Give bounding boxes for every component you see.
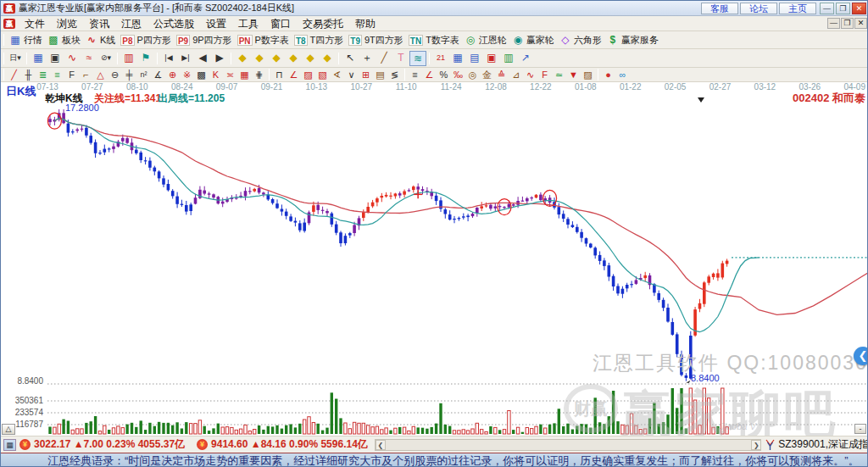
tool-T数字表[interactable]: TNT数字表 <box>409 34 459 47</box>
draw-button-10[interactable]: ∡ <box>151 69 165 81</box>
control-button-27[interactable]: ≋ <box>409 51 426 66</box>
homepage-link[interactable]: 主页 <box>779 3 816 14</box>
scroll-left-arrow[interactable]: ❮ <box>376 440 386 450</box>
draw-button-7[interactable]: ⊖ <box>108 69 122 81</box>
draw-button-33[interactable]: ◎ <box>465 69 480 81</box>
scroll-right-arrow[interactable]: ❯ <box>751 440 761 450</box>
draw-button-21[interactable]: ▨ <box>301 69 315 81</box>
draw-button-34[interactable]: 金 <box>480 69 494 81</box>
menu-窗口[interactable]: 窗口 <box>264 17 297 31</box>
sh-index-value[interactable]: 3022.17 <box>34 438 70 450</box>
shanghai-index-icon[interactable]: ¥ <box>19 439 31 450</box>
sz-index-value[interactable]: 9414.60 <box>211 438 248 450</box>
draw-button-24[interactable]: ∨ <box>344 69 359 81</box>
control-button-23[interactable]: ↖ <box>342 51 359 66</box>
draw-button-0[interactable]: ╱ <box>7 69 21 81</box>
control-button-12[interactable]: ▶| <box>177 51 194 66</box>
draw-button-8[interactable]: ╪ <box>122 69 136 81</box>
shenzhen-index-icon[interactable]: ¥ <box>197 439 208 450</box>
horizontal-scrollbar[interactable]: ❮ ❯ <box>375 439 761 451</box>
control-button-26[interactable]: T <box>392 51 409 66</box>
draw-button-38[interactable]: F <box>537 69 552 81</box>
draw-button-26[interactable]: ▤ <box>373 69 387 81</box>
control-button-32[interactable]: ▣ <box>483 51 500 66</box>
menu-文件[interactable]: 文件 <box>19 17 51 31</box>
control-button-21[interactable]: ◆ <box>319 51 336 66</box>
draw-button-20[interactable]: ∠ <box>287 69 301 81</box>
control-button-29[interactable]: 21 <box>432 51 449 66</box>
nav-left-button[interactable]: ❮ <box>854 347 868 365</box>
menu-帮助[interactable]: 帮助 <box>349 17 381 31</box>
control-button-34[interactable]: ↗ <box>517 51 534 66</box>
draw-button-13[interactable]: ▩ <box>194 69 209 81</box>
control-button-0[interactable]: 日▾ <box>7 51 24 66</box>
draw-button-43[interactable]: ● <box>601 69 615 81</box>
control-button-9[interactable]: ⚑ <box>137 51 154 66</box>
draw-button-15[interactable]: ≍ <box>223 69 237 81</box>
control-button-31[interactable]: ▤ <box>466 51 483 66</box>
draw-button-16[interactable]: ▦ <box>237 69 252 81</box>
menu-交易委托[interactable]: 交易委托 <box>297 17 349 31</box>
control-button-24[interactable]: ＋ <box>359 51 376 66</box>
draw-button-37[interactable]: ∿ <box>523 69 537 81</box>
tool-K线[interactable]: ∿K线 <box>86 34 115 47</box>
tool-赢家服务[interactable]: $赢家服务 <box>607 34 659 47</box>
control-button-4[interactable]: ∿ <box>64 51 81 66</box>
control-button-5[interactable]: ≈ <box>81 51 97 66</box>
tool-T四方形[interactable]: T8T四方形 <box>294 34 343 47</box>
draw-button-17[interactable]: ⋕ <box>252 69 266 81</box>
tool-江恩轮[interactable]: ◎江恩轮 <box>465 34 507 47</box>
service-link[interactable]: 客服 <box>701 3 738 14</box>
control-button-25[interactable]: ╱ <box>376 51 392 66</box>
draw-button-6[interactable]: △ <box>93 69 108 81</box>
draw-button-1[interactable]: ╫ <box>21 69 36 81</box>
menu-江恩[interactable]: 江恩 <box>115 17 147 31</box>
draw-button-40[interactable]: ▼ <box>566 69 581 81</box>
draw-button-41[interactable]: ▨ <box>581 69 595 81</box>
menu-公式选股[interactable]: 公式选股 <box>147 17 200 31</box>
child-restore[interactable]: ❐ <box>841 18 854 29</box>
draw-button-32[interactable]: ‰ <box>451 69 465 81</box>
tool-六角形[interactable]: ◇六角形 <box>559 34 602 47</box>
expand-volume-button[interactable]: △ <box>2 424 15 435</box>
collapse-button[interactable]: - <box>854 424 866 434</box>
control-button-18[interactable]: ◆ <box>268 51 285 66</box>
tool-赢家轮[interactable]: ◉赢家轮 <box>512 34 554 47</box>
draw-button-35[interactable]: ≙ <box>494 69 509 81</box>
draw-button-36[interactable]: ⊿ <box>509 69 523 81</box>
control-button-20[interactable]: ◆ <box>302 51 319 66</box>
menu-工具[interactable]: 工具 <box>232 17 264 31</box>
draw-button-44[interactable]: ∞ <box>615 69 630 81</box>
minimize-button[interactable]: — <box>820 3 834 14</box>
draw-button-27[interactable]: ≶ <box>387 69 402 81</box>
menu-设置[interactable]: 设置 <box>200 17 232 31</box>
control-button-14[interactable]: ▶ <box>211 51 228 66</box>
draw-button-23[interactable]: ∢ <box>330 69 344 81</box>
control-button-13[interactable]: ◀ <box>194 51 211 66</box>
control-button-2[interactable]: ▦ <box>30 51 47 66</box>
control-button-16[interactable]: ◆ <box>234 51 251 66</box>
draw-button-4[interactable]: F <box>64 69 79 81</box>
draw-button-22[interactable]: ▧ <box>315 69 330 81</box>
draw-button-5[interactable]: ⌐ <box>79 69 93 81</box>
tool-9P四方形[interactable]: P99P四方形 <box>176 34 232 47</box>
tool-板块[interactable]: ▩板块 <box>47 34 81 47</box>
tool-9T四方形[interactable]: T99T四方形 <box>348 34 403 47</box>
control-button-33[interactable]: ▥ <box>500 51 517 66</box>
control-button-17[interactable]: ◆ <box>251 51 268 66</box>
draw-button-25[interactable]: ⊞ <box>359 69 373 81</box>
draw-button-19[interactable]: ⊓ <box>272 69 287 81</box>
draw-button-3[interactable]: ≡ <box>50 69 64 81</box>
child-minimize[interactable]: — <box>827 18 840 29</box>
draw-button-30[interactable]: ∠ <box>422 69 437 81</box>
control-button-19[interactable]: ◆ <box>285 51 302 66</box>
draw-button-12[interactable]: ※ <box>180 69 194 81</box>
child-close[interactable]: ✕ <box>854 18 867 29</box>
tool-P四方形[interactable]: P8P四方形 <box>120 34 171 47</box>
control-button-8[interactable]: ▥ <box>120 51 137 66</box>
close-button[interactable]: ✕ <box>852 3 866 14</box>
maximize-button[interactable]: ❐ <box>836 3 850 14</box>
draw-button-9[interactable]: n² <box>136 69 151 81</box>
control-button-30[interactable]: ▦ <box>449 51 466 66</box>
draw-button-2[interactable]: ≣ <box>36 69 50 81</box>
